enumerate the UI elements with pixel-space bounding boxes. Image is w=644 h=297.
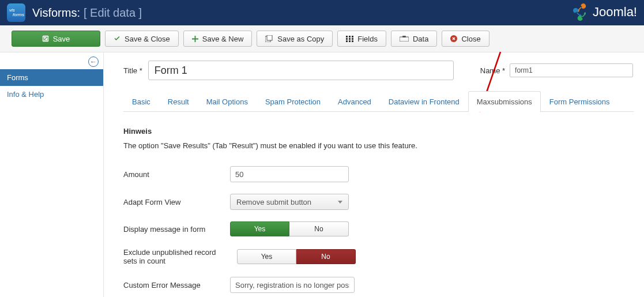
fields-label: Fields xyxy=(357,35,378,43)
save-button[interactable]: Save xyxy=(12,31,100,47)
save-new-button[interactable]: Save & New xyxy=(183,31,253,47)
tab-basic[interactable]: Basic xyxy=(123,91,159,112)
exclude-yes[interactable]: Yes xyxy=(237,249,296,264)
hint-heading: Hinweis xyxy=(123,127,634,136)
tab-dataview[interactable]: Dataview in Frontend xyxy=(380,91,468,112)
adapt-select-value: Remove submit button xyxy=(236,198,311,206)
close-label: Close xyxy=(461,35,480,43)
svg-rect-5 xyxy=(352,36,353,37)
save-new-label: Save & New xyxy=(202,35,244,43)
svg-rect-2 xyxy=(267,35,272,40)
name-area: Name * xyxy=(480,63,633,77)
displaymsg-no[interactable]: No xyxy=(289,221,349,236)
joomla-text: Joomla! xyxy=(593,5,637,20)
exclude-no[interactable]: No xyxy=(296,249,356,264)
tab-mail-label: Mail Options xyxy=(206,97,248,106)
chevron-down-icon xyxy=(338,201,342,204)
tab-permissions[interactable]: Form Permissions xyxy=(541,91,619,112)
tab-perm-label: Form Permissions xyxy=(549,97,610,106)
exclude-toggle: Yes No xyxy=(237,249,356,264)
data-button[interactable]: Data xyxy=(391,31,437,47)
logo-text-2: forms xyxy=(13,13,25,17)
tab-result-label: Result xyxy=(168,97,189,106)
sidebar: ← Forms Info & Help xyxy=(0,52,104,297)
tab-maxsubmissions[interactable]: Maxsubmissions xyxy=(468,91,541,112)
adapt-select[interactable]: Remove submit button xyxy=(230,194,349,210)
page-title: Visforms: xyxy=(32,6,80,20)
tab-spam-protection[interactable]: Spam Protection xyxy=(257,91,329,112)
sidebar-help-label: Info & Help xyxy=(7,90,44,99)
brand-right: Joomla! xyxy=(573,3,637,21)
customerr-input[interactable] xyxy=(230,277,355,293)
svg-rect-7 xyxy=(349,38,351,40)
field-exclude-unpublished: Exclude unpublished record sets in count… xyxy=(123,248,634,265)
tab-advanced[interactable]: Advanced xyxy=(329,91,380,112)
displaymsg-toggle: Yes No xyxy=(230,221,349,236)
name-input[interactable] xyxy=(510,63,633,77)
sidebar-collapse-row: ← xyxy=(0,52,103,69)
tab-spam-label: Spam Protection xyxy=(265,97,321,106)
collapse-sidebar-button[interactable]: ← xyxy=(88,57,99,67)
save-label: Save xyxy=(53,35,70,43)
no-label-2: No xyxy=(321,253,330,261)
svg-rect-9 xyxy=(346,40,348,42)
content: Title * Name * Basic Result Mail Options… xyxy=(104,52,644,297)
field-custom-error: Custom Error Message xyxy=(123,277,634,293)
svg-rect-8 xyxy=(352,38,353,40)
tab-advanced-label: Advanced xyxy=(338,97,371,106)
svg-rect-3 xyxy=(346,36,348,37)
save-close-label: Save & Close xyxy=(125,35,170,43)
data-label: Data xyxy=(413,35,428,43)
title-row: Title * Name * xyxy=(123,61,634,80)
toolbar: Save Save & Close Save & New Save as Cop… xyxy=(0,25,644,52)
displaymsg-label: Display message in form xyxy=(123,225,230,234)
copy-icon xyxy=(265,35,273,42)
tab-maxsub-label: Maxsubmissions xyxy=(477,97,532,106)
amount-label: Amount xyxy=(123,170,230,179)
check-icon xyxy=(114,35,120,42)
sidebar-item-forms[interactable]: Forms xyxy=(0,69,103,86)
save-copy-label: Save as Copy xyxy=(277,35,324,43)
no-label: No xyxy=(314,225,323,233)
field-adapt-view: Adapt Form View Remove submit button xyxy=(123,194,634,210)
plus-icon xyxy=(192,36,198,42)
tabs: Basic Result Mail Options Spam Protectio… xyxy=(123,91,634,112)
svg-rect-12 xyxy=(400,37,409,42)
sidebar-item-info-help[interactable]: Info & Help xyxy=(0,86,103,103)
topbar: vis forms Visforms: [ Edit data ] Joomla… xyxy=(0,0,644,25)
displaymsg-yes[interactable]: Yes xyxy=(230,221,289,236)
hint-body: The option "Save Results" (Tab "Result")… xyxy=(123,141,634,150)
tab-result[interactable]: Result xyxy=(159,91,198,112)
tab-mail-options[interactable]: Mail Options xyxy=(198,91,257,112)
arrow-left-icon: ← xyxy=(90,58,97,66)
fields-button[interactable]: Fields xyxy=(337,31,386,47)
apply-icon xyxy=(42,35,49,42)
field-display-message: Display message in form Yes No xyxy=(123,221,634,236)
svg-rect-6 xyxy=(346,38,348,40)
title-label: Title * xyxy=(123,66,142,75)
amount-input[interactable] xyxy=(230,166,349,182)
grid-icon xyxy=(346,36,353,42)
yes-label-2: Yes xyxy=(261,253,273,261)
yes-label: Yes xyxy=(254,225,266,233)
save-close-button[interactable]: Save & Close xyxy=(105,31,179,47)
brand-logo: vis forms xyxy=(7,3,25,22)
svg-rect-13 xyxy=(402,36,406,37)
save-copy-button[interactable]: Save as Copy xyxy=(257,31,333,47)
name-label: Name * xyxy=(480,66,505,75)
main: ← Forms Info & Help Title * Name * Basic… xyxy=(0,52,644,297)
title-input[interactable] xyxy=(148,61,454,80)
tab-basic-label: Basic xyxy=(132,97,150,106)
tab-dataview-label: Dataview in Frontend xyxy=(389,97,460,106)
sidebar-forms-label: Forms xyxy=(7,73,28,82)
exclude-label: Exclude unpublished record sets in count xyxy=(123,248,230,265)
drawer-icon xyxy=(400,36,409,42)
tab-pane: Hinweis The option "Save Results" (Tab "… xyxy=(123,112,634,293)
page-subtitle: [ Edit data ] xyxy=(84,6,142,20)
field-amount: Amount xyxy=(123,166,634,182)
joomla-icon xyxy=(573,3,590,21)
close-button[interactable]: Close xyxy=(442,31,489,47)
svg-rect-4 xyxy=(349,36,351,37)
close-icon xyxy=(450,35,457,42)
svg-rect-11 xyxy=(352,40,353,42)
